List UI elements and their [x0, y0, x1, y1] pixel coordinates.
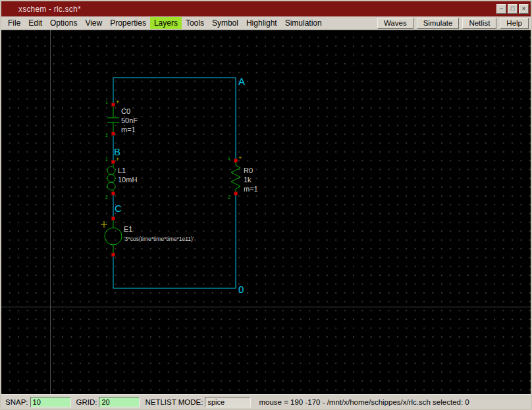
source-value[interactable]: '3*cos(time*time*time*1e11)': [124, 236, 194, 242]
menu-tools[interactable]: Tools: [182, 17, 208, 29]
resistor-symbol: [231, 161, 240, 193]
inductor-ref[interactable]: L1: [118, 167, 126, 174]
capacitor-plus-mark: +: [116, 99, 119, 105]
menu-file[interactable]: File: [4, 17, 24, 29]
inductor-pin2-label: 2: [105, 195, 108, 199]
menu-edit[interactable]: Edit: [24, 17, 46, 29]
inductor-coil-1: [107, 167, 115, 174]
component-inductor-l1[interactable]: 1 + 2 L1 10mH: [105, 156, 137, 199]
inductor-coil-2: [107, 174, 115, 182]
window-title: xschem - rlc.sch*: [18, 5, 496, 14]
capacitor-mult[interactable]: m=1: [121, 126, 136, 134]
capacitor-ref[interactable]: C0: [121, 107, 130, 115]
snap-input[interactable]: [30, 397, 71, 407]
resistor-plus-mark: +: [238, 155, 242, 161]
simulate-button[interactable]: Simulate: [417, 18, 460, 29]
pin: [112, 161, 115, 164]
source-circle: [105, 228, 122, 245]
titlebar[interactable]: xschem - rlc.sch* – □ ×: [1, 1, 531, 16]
xschem-window: xschem - rlc.sch* – □ × File Edit Option…: [0, 0, 532, 410]
node-label-a[interactable]: A: [238, 76, 245, 87]
minimize-button[interactable]: –: [496, 4, 506, 14]
node-label-gnd[interactable]: 0: [238, 284, 244, 295]
maximize-button[interactable]: □: [508, 4, 518, 14]
waves-button[interactable]: Waves: [377, 18, 413, 29]
grid-label: GRID:: [76, 398, 97, 406]
inductor-value[interactable]: 10mH: [118, 176, 137, 184]
help-button[interactable]: Help: [500, 18, 529, 29]
minimize-icon: –: [500, 5, 503, 12]
netlist-mode-input[interactable]: [205, 397, 251, 407]
grid-input[interactable]: [99, 397, 140, 407]
menubar: File Edit Options View Properties Layers…: [1, 16, 531, 30]
pin: [234, 159, 238, 163]
node-label-b[interactable]: B: [114, 146, 120, 157]
close-icon: ×: [522, 5, 525, 12]
pin: [112, 192, 115, 195]
resistor-pin2-label: 2: [228, 195, 230, 199]
schematic-canvas[interactable]: 1 + 2 C0 50nF m=1 1 + 2 L1 10mH: [1, 30, 531, 394]
window-controls: – □ ×: [496, 4, 529, 14]
node-label-c[interactable]: C: [115, 203, 122, 214]
resistor-pin1-label: 1: [228, 156, 230, 161]
capacitor-value[interactable]: 50nF: [121, 116, 138, 124]
component-capacitor-c0[interactable]: 1 + 2 C0 50nF m=1: [105, 99, 138, 138]
resistor-mult[interactable]: m=1: [244, 185, 258, 193]
maximize-icon: □: [511, 5, 514, 12]
netlist-button[interactable]: Netlist: [462, 18, 496, 29]
source-plus-mark: [101, 221, 107, 228]
menu-highlight[interactable]: Highlight: [242, 17, 281, 29]
menu-properties[interactable]: Properties: [106, 17, 150, 29]
schematic-svg: 1 + 2 C0 50nF m=1 1 + 2 L1 10mH: [1, 30, 531, 394]
resistor-ref[interactable]: R0: [244, 167, 253, 174]
statusbar: SNAP: GRID: NETLIST MODE: mouse = 190 -1…: [1, 394, 531, 409]
close-button[interactable]: ×: [519, 4, 529, 14]
status-info: mouse = 190 -170 - /mnt/x/home/schippes/…: [259, 398, 469, 406]
pin: [112, 217, 115, 220]
source-ref[interactable]: E1: [124, 225, 132, 233]
menu-view[interactable]: View: [81, 17, 106, 29]
component-resistor-r0[interactable]: 1 + 2 R0 1k m=1: [228, 155, 258, 199]
menu-options[interactable]: Options: [46, 17, 81, 29]
pin: [112, 103, 115, 107]
pin: [234, 192, 238, 195]
menu-layers[interactable]: Layers: [150, 17, 182, 29]
pin: [112, 132, 115, 136]
inductor-coil-3: [107, 182, 115, 190]
capacitor-symbol: [107, 105, 119, 134]
snap-label: SNAP:: [5, 398, 28, 406]
menu-symbol[interactable]: Symbol: [208, 17, 242, 29]
netlist-mode-label: NETLIST MODE:: [145, 398, 203, 406]
capacitor-pin2-label: 2: [105, 133, 108, 138]
component-source-e1[interactable]: E1 '3*cos(time*time*time*1e11)': [101, 218, 194, 255]
menu-simulation[interactable]: Simulation: [281, 17, 326, 29]
resistor-value[interactable]: 1k: [244, 176, 252, 184]
inductor-pin1-label: 1: [105, 157, 108, 161]
pin: [112, 253, 115, 257]
capacitor-pin1-label: 1: [105, 100, 108, 105]
